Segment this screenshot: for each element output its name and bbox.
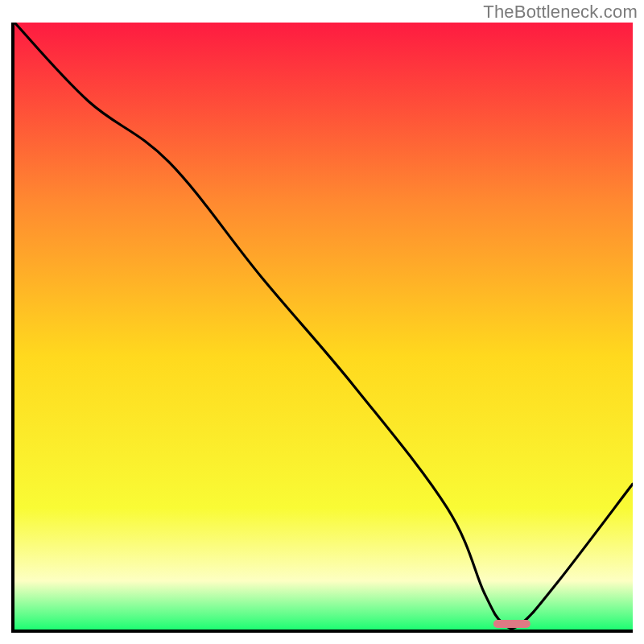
chart-canvas: TheBottleneck.com bbox=[0, 0, 644, 644]
watermark-text: TheBottleneck.com bbox=[483, 2, 638, 23]
optimal-range-marker bbox=[493, 620, 530, 628]
plot-area bbox=[11, 23, 633, 633]
bottleneck-curve bbox=[14, 23, 633, 630]
